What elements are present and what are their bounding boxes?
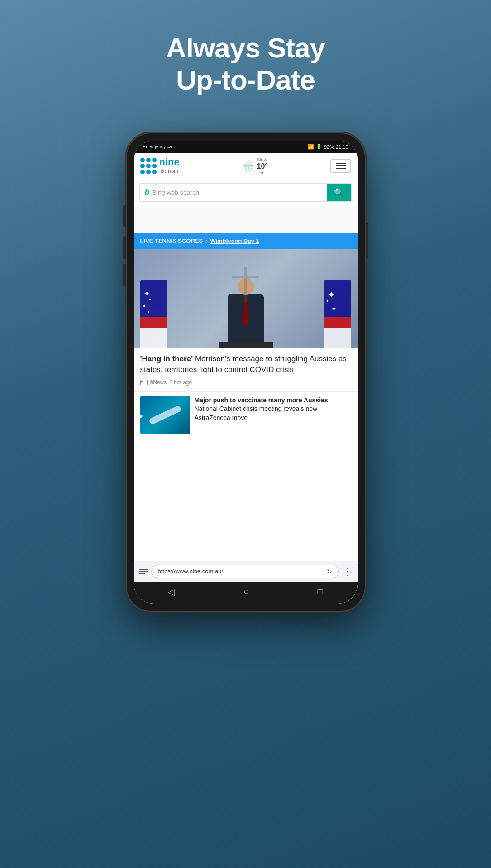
browser-menu-icon[interactable] xyxy=(139,569,148,574)
news-source: 9News xyxy=(150,379,167,386)
status-right: 📶 🔋 92% 21:10 xyxy=(308,144,348,150)
video-icon xyxy=(140,380,148,385)
reload-icon[interactable]: ↻ xyxy=(327,568,332,575)
browser-url-bar[interactable]: https://www.nine.com.au/ ↻ xyxy=(151,565,339,578)
building-silhouette xyxy=(212,258,280,303)
search-magnifier-icon: 🔍 xyxy=(334,188,344,198)
browser-overflow-icon[interactable]: ⋮ xyxy=(343,566,352,577)
search-input-area[interactable]: b Bing web search xyxy=(140,184,327,201)
weather-now-label: Now xyxy=(257,157,267,162)
nine-logo[interactable]: nine .com.au xyxy=(140,157,180,175)
live-label: LIVE TENNIS SCORES xyxy=(140,237,203,244)
news-main-meta: 9News 2 hrs ago xyxy=(140,379,351,386)
weather-chevron-icon: ▾ xyxy=(261,170,263,175)
wifi-icon: 📶 xyxy=(308,144,314,150)
android-nav-bar: ◁ ○ □ xyxy=(134,582,358,604)
weather-icon: 🌧️ xyxy=(242,160,254,172)
news-secondary-rest: National Cabinet crisis meeting reveals … xyxy=(195,405,318,421)
nine-domain: .com.au xyxy=(159,168,180,175)
search-button[interactable]: 🔍 xyxy=(327,184,351,201)
podium xyxy=(219,342,273,348)
home-button[interactable]: ○ xyxy=(243,586,249,597)
news-secondary-bold: Major push to vaccinate many more Aussie… xyxy=(195,396,328,404)
flag-right: ✦ ✦ ✦ xyxy=(324,280,351,348)
news-secondary-image xyxy=(140,396,190,434)
logo-text-col: nine .com.au xyxy=(159,157,180,175)
news-main-text-block[interactable]: 'Hang in there' Morrison's message to st… xyxy=(134,348,358,391)
search-bar-row: b Bing web search 🔍 xyxy=(134,179,358,206)
browser-bar: https://www.nine.com.au/ ↻ ⋮ xyxy=(134,561,358,582)
hamburger-button[interactable] xyxy=(330,159,351,173)
ad-space xyxy=(134,206,358,233)
status-left: Emergency cal... xyxy=(143,144,176,149)
hero-title: Always Stay Up-to-Date xyxy=(166,32,325,96)
news-main-headline: 'Hang in there' Morrison's message to st… xyxy=(140,354,351,376)
flag-left: ✦ ✦ ✦ ✦ xyxy=(140,280,167,348)
browser-url-text: https://www.nine.com.au/ xyxy=(158,568,224,575)
back-button[interactable]: ◁ xyxy=(168,586,175,597)
news-secondary-text: Major push to vaccinate many more Aussie… xyxy=(195,396,351,434)
news-hero-image[interactable]: ✦ ✦ ✦ ✦ ✦ ✦ ✦ xyxy=(134,249,358,348)
search-placeholder: Bing web search xyxy=(153,189,200,196)
search-bar[interactable]: b Bing web search 🔍 xyxy=(139,183,352,202)
recents-button[interactable]: □ xyxy=(318,586,323,597)
weather-info: Now 10° ▾ xyxy=(257,157,268,175)
battery-percent: 92% xyxy=(324,144,334,150)
news-headline-bold: 'Hang in there' xyxy=(140,354,193,363)
hero-title-line2: Up-to-Date xyxy=(176,64,315,95)
news-time-ago: 2 hrs ago xyxy=(169,379,192,386)
nine-wordmark: nine xyxy=(159,157,180,167)
news-secondary-block[interactable]: Major push to vaccinate many more Aussie… xyxy=(134,391,358,439)
phone-mockup: Emergency cal... 📶 🔋 92% 21:10 nine .com… xyxy=(126,132,366,612)
hero-title-line1: Always Stay xyxy=(166,32,325,63)
nine-dots-grid xyxy=(140,158,157,174)
weather-block[interactable]: 🌧️ Now 10° ▾ xyxy=(242,157,268,175)
status-bar: Emergency cal... 📶 🔋 92% 21:10 xyxy=(134,141,358,153)
weather-temperature: 10° xyxy=(257,162,268,170)
battery-icon: 🔋 xyxy=(316,144,322,150)
live-colon: : xyxy=(205,237,207,244)
live-link[interactable]: Wimbledon Day 1 xyxy=(210,237,259,244)
bing-b-icon: b xyxy=(145,188,150,197)
phone-screen: Emergency cal... 📶 🔋 92% 21:10 nine .com… xyxy=(134,141,358,604)
status-time: 21:10 xyxy=(336,144,348,150)
live-banner[interactable]: LIVE TENNIS SCORES : Wimbledon Day 1 xyxy=(134,233,358,249)
site-header: nine .com.au 🌧️ Now 10° ▾ xyxy=(134,153,358,179)
